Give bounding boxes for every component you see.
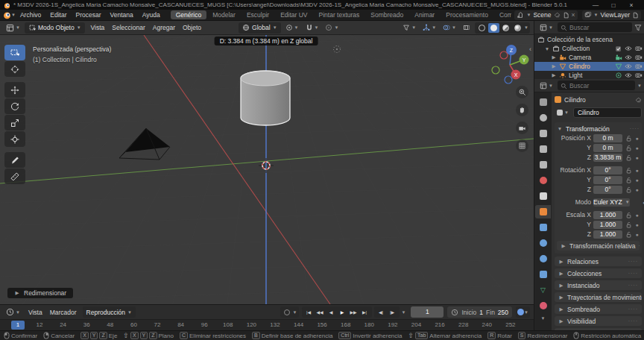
- field-z[interactable]: 1.000: [593, 230, 622, 239]
- panel-instanciado[interactable]: ▶Instanciado····: [555, 280, 642, 290]
- properties-tab-constraints[interactable]: [535, 268, 551, 281]
- play-reverse-button[interactable]: ◀: [326, 307, 337, 317]
- viewport-menu-seleccionar[interactable]: Seleccionar: [108, 24, 148, 31]
- eye-icon[interactable]: [625, 72, 632, 79]
- jump-start-button[interactable]: |◀: [303, 307, 315, 317]
- properties-tab-physics[interactable]: [535, 252, 551, 265]
- render-cam-icon[interactable]: [635, 54, 643, 61]
- snap-toggle[interactable]: ▼: [303, 22, 321, 34]
- outliner-row-camera[interactable]: ▶Camera: [534, 53, 644, 62]
- tool-scale-button[interactable]: [4, 115, 25, 130]
- tool-rotate-button[interactable]: [4, 98, 25, 114]
- auto-key-record-button[interactable]: [282, 307, 293, 317]
- new-scene-icon[interactable]: [563, 11, 569, 19]
- properties-editor-type[interactable]: ▼: [537, 80, 555, 91]
- properties-tab-scene[interactable]: [535, 158, 551, 171]
- field-escala-x[interactable]: 1.000: [593, 211, 622, 219]
- breadcrumb-object[interactable]: Cilindro: [564, 96, 586, 104]
- expand-arrow-icon[interactable]: ▼: [544, 46, 550, 51]
- play-button[interactable]: ▶: [337, 307, 348, 317]
- lock-open-icon[interactable]: [625, 221, 632, 228]
- animate-dot[interactable]: ●: [634, 177, 640, 183]
- lock-open-icon[interactable]: [625, 212, 632, 218]
- mode-dropdown[interactable]: Modo Objeto▼: [25, 22, 85, 34]
- object-id-dropdown[interactable]: ▼: [555, 107, 571, 118]
- properties-search[interactable]: Buscar: [558, 81, 635, 90]
- properties-options-dropdown[interactable]: ▼: [637, 84, 642, 88]
- render-cam-icon[interactable]: [635, 72, 643, 79]
- outliner-row-collection[interactable]: ▼Collection: [534, 44, 644, 53]
- show-gizmos-toggle[interactable]: ▼: [420, 22, 438, 34]
- jump-end-button[interactable]: ▶|: [359, 307, 370, 317]
- funnel-icon[interactable]: [634, 24, 642, 31]
- tool-move-button[interactable]: [4, 82, 25, 98]
- end-frame-field[interactable]: 250: [498, 309, 508, 316]
- tool-measure-button[interactable]: [4, 169, 25, 184]
- panel-drag-handle[interactable]: ····: [630, 126, 640, 131]
- object-name-field[interactable]: Cilindro: [573, 107, 642, 118]
- blender-menu-button[interactable]: ▼: [3, 11, 16, 19]
- check-icon[interactable]: [615, 45, 622, 52]
- operator-panel[interactable]: ▶Redimensionar: [7, 288, 73, 298]
- panel-visibilidad[interactable]: ▶Visibilidad····: [555, 316, 642, 326]
- animate-dot[interactable]: ●: [634, 187, 640, 192]
- toggle-camera-button[interactable]: [516, 122, 528, 134]
- viewport-3d[interactable]: Z Y X D: 3.384 m (3.384 m) en Z global P…: [0, 35, 534, 304]
- current-frame-field[interactable]: 1: [411, 306, 443, 318]
- field-y[interactable]: 0 m: [593, 144, 622, 152]
- orientation-dropdown[interactable]: Global▼: [239, 22, 281, 34]
- workspace-tab-generico[interactable]: Genérico: [171, 10, 207, 19]
- field-posicion-x[interactable]: 0 m: [593, 134, 622, 142]
- viewlayer-selector[interactable]: ▼ViewLayer: [582, 10, 642, 20]
- workspace-tab-animar[interactable]: Animar: [409, 10, 440, 19]
- animate-dot[interactable]: ●: [634, 168, 640, 173]
- maximize-button[interactable]: □: [604, 1, 622, 9]
- shading-material-button[interactable]: [500, 23, 511, 33]
- eye-icon[interactable]: [625, 45, 632, 52]
- menu-archivo[interactable]: Archivo: [16, 11, 45, 19]
- menu-ayuda[interactable]: Ayuda: [138, 11, 165, 19]
- playback-menu[interactable]: Reproducción▼: [83, 306, 136, 318]
- tool-select-box-button[interactable]: [4, 45, 25, 60]
- mesh-icon[interactable]: [615, 63, 622, 70]
- timeline-ruler[interactable]: 1224364860728496108120132144156168180192…: [0, 320, 534, 330]
- workspace-tab-componer[interactable]: Componer: [494, 10, 512, 19]
- pin-icon[interactable]: [554, 12, 561, 19]
- lock-open-icon[interactable]: [625, 186, 632, 193]
- properties-tab-material[interactable]: [535, 299, 551, 312]
- outliner-search[interactable]: Buscar: [558, 22, 632, 32]
- tool-annotate-button[interactable]: [4, 152, 25, 168]
- lock-open-icon[interactable]: [625, 135, 632, 142]
- tool-cursor-button[interactable]: [4, 61, 25, 77]
- lock-open-icon[interactable]: [625, 154, 632, 161]
- field-y[interactable]: 0°: [593, 176, 622, 184]
- panel-relaciones[interactable]: ▶Relaciones····: [555, 256, 642, 266]
- lock-open-icon[interactable]: [625, 145, 632, 151]
- animate-dot[interactable]: ●: [634, 145, 640, 151]
- properties-tab-object[interactable]: [535, 205, 551, 218]
- object-type-visibility-dropdown[interactable]: ▼: [400, 22, 418, 34]
- expand-arrow-icon[interactable]: ▶: [551, 54, 557, 60]
- field-z[interactable]: 3.3838 m: [593, 154, 622, 162]
- lock-open-icon[interactable]: [625, 167, 632, 174]
- page-icon[interactable]: [563, 12, 569, 19]
- properties-tab-data[interactable]: ▽: [535, 283, 551, 297]
- outliner-row-coleccion-de-la-escena[interactable]: Colección de la escena: [534, 35, 644, 44]
- properties-tab-render[interactable]: [535, 111, 551, 125]
- panel-colecciones[interactable]: ▶Colecciones····: [555, 268, 642, 278]
- eye-icon[interactable]: [625, 63, 632, 70]
- animate-dot[interactable]: ●: [634, 136, 640, 141]
- field-modo[interactable]: Euler XYZ▼: [593, 198, 630, 207]
- pan-button[interactable]: [516, 104, 528, 116]
- page-icon[interactable]: [632, 12, 639, 19]
- new-viewlayer-icon[interactable]: [632, 11, 639, 19]
- lock-open-icon[interactable]: [625, 177, 632, 183]
- timeline-editor-type[interactable]: ▼: [4, 306, 22, 318]
- render-cam-icon[interactable]: [635, 45, 643, 52]
- expand-arrow-icon[interactable]: ▶: [551, 63, 557, 69]
- viewport-menu-objeto[interactable]: Objeto: [179, 24, 205, 31]
- workspace-tab-editar-uv[interactable]: Editar UV: [275, 10, 312, 19]
- toggle-grid-button[interactable]: [516, 139, 528, 152]
- xray-toggle[interactable]: [461, 22, 473, 34]
- menu-editar[interactable]: Editar: [45, 11, 71, 19]
